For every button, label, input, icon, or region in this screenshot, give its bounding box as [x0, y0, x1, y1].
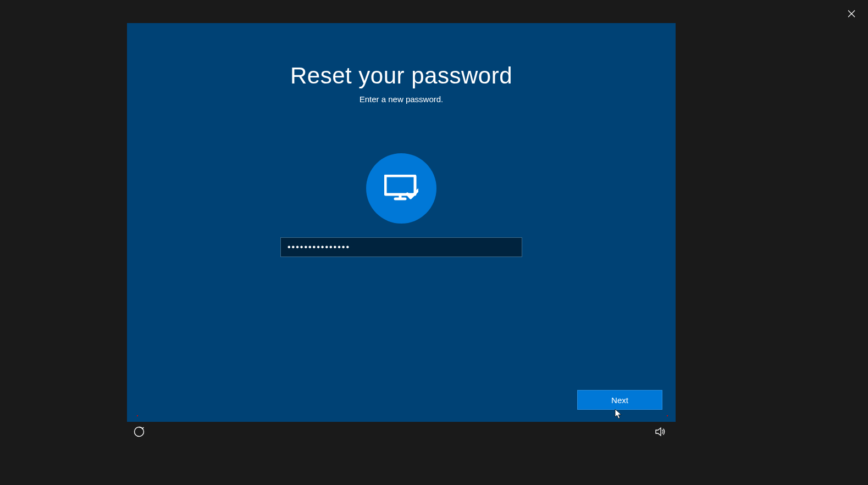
svg-line-6	[142, 427, 144, 428]
account-avatar	[366, 153, 436, 224]
next-button[interactable]: Next	[577, 390, 662, 410]
local-account-monitor-icon	[384, 175, 418, 202]
page-title: Reset your password	[290, 63, 512, 89]
marker-dot	[667, 415, 668, 416]
volume-button[interactable]	[655, 426, 666, 439]
reset-password-panel: Reset your password Enter a new password…	[127, 23, 676, 422]
close-icon	[848, 10, 855, 18]
volume-icon	[655, 426, 666, 437]
mouse-cursor-icon	[615, 409, 622, 420]
close-button[interactable]	[841, 5, 863, 22]
ease-of-access-button[interactable]	[134, 426, 145, 439]
svg-rect-2	[385, 176, 415, 194]
marker-dot	[137, 415, 138, 416]
ease-of-access-icon	[134, 426, 145, 437]
svg-marker-7	[656, 428, 661, 436]
new-password-input[interactable]	[280, 237, 522, 257]
page-subtitle: Enter a new password.	[360, 94, 444, 104]
